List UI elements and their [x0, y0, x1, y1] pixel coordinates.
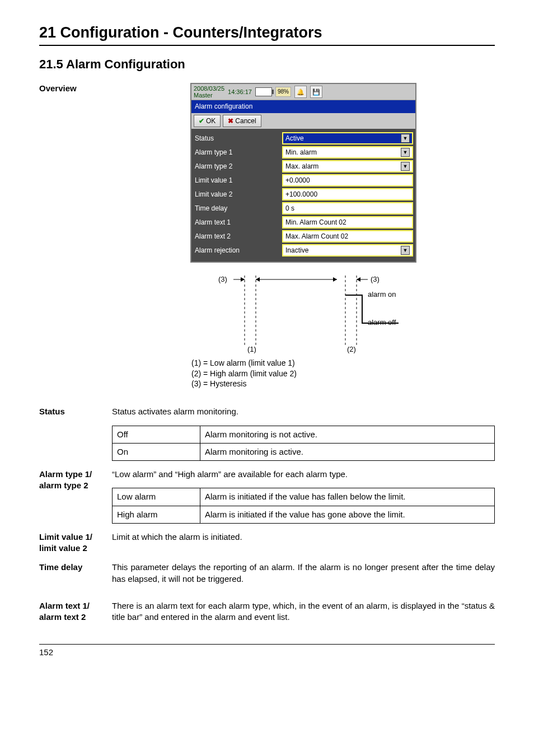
alarmtext-label-1: Alarm text 1/: [39, 600, 112, 612]
ok-label: OK: [206, 116, 216, 125]
field-label: Status: [195, 134, 279, 143]
diag-alarm-off: alarm off: [368, 318, 396, 328]
field-label: Alarm text 2: [195, 232, 279, 241]
fields-panel: StatusActive▼Alarm type 1Min. alarm▼Alar…: [191, 129, 415, 262]
field-input[interactable]: 0 s: [282, 202, 413, 214]
chevron-down-icon[interactable]: ▼: [401, 134, 410, 143]
master-text: Master: [194, 92, 224, 99]
field-row: Alarm type 2Max. alarm▼: [195, 160, 413, 172]
chevron-down-icon[interactable]: ▼: [401, 162, 410, 171]
disk-icon: 💾: [310, 86, 322, 98]
status-on-key: On: [113, 443, 200, 460]
screenshot-title: Alarm configuration: [191, 100, 415, 113]
field-row: Alarm rejectionInactive▼: [195, 244, 413, 256]
field-label: Alarm text 1: [195, 218, 279, 227]
table-row: On Alarm monitoring is active.: [113, 443, 495, 460]
low-alarm-key: Low alarm: [113, 488, 200, 506]
field-label: Alarm type 2: [195, 162, 279, 171]
field-value: 0 s: [285, 204, 294, 213]
alarmtype-intro: “Low alarm” and “High alarm” are availab…: [112, 469, 495, 480]
field-label: Limit value 2: [195, 190, 279, 199]
divider: [39, 45, 495, 46]
alarmtype-table: Low alarm Alarm is initiated if the valu…: [112, 488, 495, 524]
diag-m2: (2): [347, 344, 356, 354]
field-input[interactable]: Min. alarm▼: [282, 146, 413, 158]
field-value: +100.0000: [285, 190, 317, 199]
svg-marker-10: [357, 277, 360, 282]
field-row: StatusActive▼: [195, 132, 413, 144]
field-input[interactable]: +0.0000: [282, 174, 413, 186]
field-value: Active: [285, 134, 304, 143]
field-row: Alarm type 1Min. alarm▼: [195, 146, 413, 158]
timedelay-label: Time delay: [39, 562, 112, 573]
field-label: Alarm rejection: [195, 246, 279, 255]
svg-marker-8: [333, 277, 337, 282]
cancel-label: Cancel: [235, 116, 256, 125]
table-row: Off Alarm monitoring is not active.: [113, 426, 495, 443]
field-row: Time delay0 s: [195, 202, 413, 214]
chapter-title: 21 Configuration - Counters/Integrators: [39, 22, 495, 43]
field-input[interactable]: Max. alarm▼: [282, 160, 413, 172]
caption-2: (2) = High alarm (limit value 2): [191, 368, 415, 379]
status-off-key: Off: [113, 426, 200, 443]
page-number: 152: [39, 644, 495, 658]
field-row: Alarm text 2Max. Alarm Count 02: [195, 230, 413, 242]
chevron-down-icon[interactable]: ▼: [401, 246, 410, 255]
low-alarm-val: Alarm is initiated if the value has fall…: [200, 488, 495, 506]
button-row: ✔OK ✖Cancel: [191, 113, 415, 129]
field-value: Inactive: [285, 246, 308, 255]
ok-button[interactable]: ✔OK: [194, 115, 221, 127]
limit-label-1: Limit value 1/: [39, 531, 112, 543]
status-label: Status: [39, 406, 112, 417]
diag-m1: (1): [247, 344, 256, 354]
field-input[interactable]: Max. Alarm Count 02: [282, 230, 413, 242]
status-intro: Status activates alarm monitoring.: [112, 406, 495, 417]
app-screenshot: 2008/03/25 Master 14:36:17 98% 🔔 💾 Alarm…: [190, 83, 416, 263]
field-label: Alarm type 1: [195, 148, 279, 157]
chevron-down-icon[interactable]: ▼: [401, 148, 410, 157]
alarmtype-label-1: Alarm type 1/: [39, 469, 112, 480]
field-input[interactable]: Inactive▼: [282, 244, 413, 256]
svg-marker-7: [256, 277, 260, 282]
diag-right3: (3): [371, 274, 380, 284]
section-title: 21.5 Alarm Configuration: [39, 56, 495, 73]
field-value: Max. Alarm Count 02: [285, 232, 348, 241]
field-row: Limit value 2+100.0000: [195, 188, 413, 200]
time-text: 14:36:17: [228, 88, 252, 95]
status-table: Off Alarm monitoring is not active. On A…: [112, 426, 495, 461]
caption-1: (1) = Low alarm (limit value 1): [191, 358, 415, 368]
alarmtype-label-2: alarm type 2: [39, 480, 112, 491]
screenshot-header: 2008/03/25 Master 14:36:17 98% 🔔 💾: [191, 84, 415, 100]
svg-marker-5: [241, 277, 245, 282]
field-label: Limit value 1: [195, 176, 279, 185]
date-text: 2008/03/25: [194, 85, 224, 92]
status-off-val: Alarm monitoring is not active.: [200, 426, 495, 443]
diag-alarm-on: alarm on: [368, 290, 396, 300]
limit-text: Limit at which the alarm is initiated.: [112, 531, 495, 543]
alarmtext-text: There is an alarm text for each alarm ty…: [112, 600, 495, 623]
high-alarm-val: Alarm is initiated if the value has gone…: [200, 506, 495, 523]
diagram-caption: (1) = Low alarm (limit value 1) (2) = Hi…: [191, 358, 415, 390]
field-value: Min. alarm: [285, 148, 317, 157]
limit-label-2: limit value 2: [39, 543, 112, 554]
high-alarm-key: High alarm: [113, 506, 200, 523]
table-row: High alarm Alarm is initiated if the val…: [113, 506, 495, 523]
field-row: Limit value 1+0.0000: [195, 174, 413, 186]
battery-percent: 98%: [275, 87, 291, 97]
field-label: Time delay: [195, 204, 279, 213]
field-input[interactable]: Min. Alarm Count 02: [282, 216, 413, 228]
caption-3: (3) = Hysteresis: [191, 379, 415, 389]
cancel-button[interactable]: ✖Cancel: [223, 115, 261, 127]
timedelay-text: This parameter delays the reporting of a…: [112, 562, 495, 585]
field-input[interactable]: +100.0000: [282, 188, 413, 200]
field-input[interactable]: Active▼: [282, 132, 413, 144]
field-value: +0.0000: [285, 176, 310, 185]
table-row: Low alarm Alarm is initiated if the valu…: [113, 488, 495, 506]
field-value: Max. alarm: [285, 162, 318, 171]
overview-label: Overview: [39, 83, 112, 94]
field-value: Min. Alarm Count 02: [285, 218, 346, 227]
field-row: Alarm text 1Min. Alarm Count 02: [195, 216, 413, 228]
status-on-val: Alarm monitoring is active.: [200, 443, 495, 460]
diag-left3: (3): [218, 274, 227, 284]
alarm-diagram: (3) (3) alarm on alarm off (1) (2): [191, 273, 415, 357]
